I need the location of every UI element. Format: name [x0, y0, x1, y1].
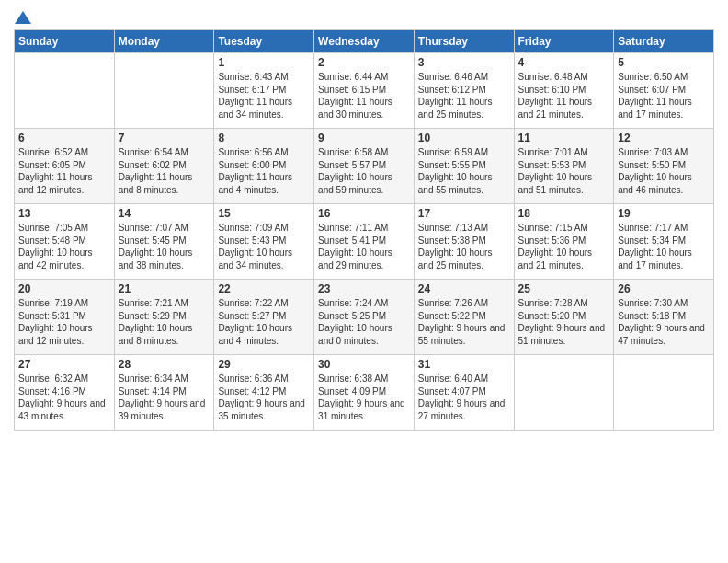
day-number: 1	[218, 56, 310, 69]
calendar-cell: 30Sunrise: 6:38 AM Sunset: 4:09 PM Dayli…	[314, 355, 415, 431]
day-number: 29	[218, 358, 310, 371]
cell-content: Sunrise: 7:24 AM Sunset: 5:25 PM Dayligh…	[318, 297, 410, 347]
cell-content: Sunrise: 6:38 AM Sunset: 4:09 PM Dayligh…	[318, 373, 410, 422]
calendar-cell: 17Sunrise: 7:13 AM Sunset: 5:38 PM Dayli…	[414, 204, 514, 280]
weekday-header: Wednesday	[314, 30, 415, 53]
day-number: 13	[18, 207, 110, 220]
day-number: 24	[418, 282, 510, 295]
cell-content: Sunrise: 6:34 AM Sunset: 4:14 PM Dayligh…	[119, 373, 210, 422]
day-number: 18	[518, 207, 610, 220]
calendar-cell: 31Sunrise: 6:40 AM Sunset: 4:07 PM Dayli…	[414, 355, 514, 431]
day-number: 15	[218, 207, 310, 220]
day-number: 16	[318, 207, 410, 220]
cell-content: Sunrise: 7:21 AM Sunset: 5:29 PM Dayligh…	[119, 297, 210, 347]
svg-marker-0	[15, 11, 31, 24]
cell-content: Sunrise: 7:05 AM Sunset: 5:48 PM Dayligh…	[18, 222, 110, 271]
calendar-cell: 24Sunrise: 7:26 AM Sunset: 5:22 PM Dayli…	[414, 280, 514, 355]
weekday-header: Saturday	[614, 30, 714, 53]
day-number: 17	[418, 207, 510, 220]
day-number: 8	[218, 132, 310, 144]
calendar-week-row: 6Sunrise: 6:52 AM Sunset: 6:05 PM Daylig…	[15, 129, 714, 204]
cell-content: Sunrise: 6:59 AM Sunset: 5:55 PM Dayligh…	[418, 146, 510, 196]
day-number: 20	[18, 282, 110, 295]
calendar-cell: 14Sunrise: 7:07 AM Sunset: 5:45 PM Dayli…	[114, 204, 214, 280]
calendar-cell: 1Sunrise: 6:43 AM Sunset: 6:17 PM Daylig…	[214, 53, 314, 129]
day-number: 25	[518, 282, 610, 295]
cell-content: Sunrise: 6:52 AM Sunset: 6:05 PM Dayligh…	[18, 146, 110, 196]
header	[14, 9, 714, 24]
calendar-header: SundayMondayTuesdayWednesdayThursdayFrid…	[15, 30, 714, 53]
day-number: 2	[318, 56, 410, 69]
day-number: 10	[418, 132, 510, 144]
day-number: 22	[218, 282, 310, 295]
calendar-cell: 23Sunrise: 7:24 AM Sunset: 5:25 PM Dayli…	[314, 280, 415, 355]
day-number: 31	[418, 358, 510, 371]
calendar-cell: 3Sunrise: 6:46 AM Sunset: 6:12 PM Daylig…	[414, 53, 514, 129]
calendar-table: SundayMondayTuesdayWednesdayThursdayFrid…	[14, 29, 714, 431]
calendar-cell: 9Sunrise: 6:58 AM Sunset: 5:57 PM Daylig…	[314, 129, 415, 204]
calendar-week-row: 27Sunrise: 6:32 AM Sunset: 4:16 PM Dayli…	[15, 355, 714, 431]
cell-content: Sunrise: 6:40 AM Sunset: 4:07 PM Dayligh…	[418, 373, 510, 422]
cell-content: Sunrise: 7:19 AM Sunset: 5:31 PM Dayligh…	[18, 297, 110, 347]
calendar-cell: 20Sunrise: 7:19 AM Sunset: 5:31 PM Dayli…	[15, 280, 115, 355]
calendar-week-row: 13Sunrise: 7:05 AM Sunset: 5:48 PM Dayli…	[15, 204, 714, 280]
day-number: 14	[119, 207, 210, 220]
calendar-week-row: 20Sunrise: 7:19 AM Sunset: 5:31 PM Dayli…	[15, 280, 714, 355]
cell-content: Sunrise: 6:36 AM Sunset: 4:12 PM Dayligh…	[218, 373, 310, 422]
calendar-cell: 13Sunrise: 7:05 AM Sunset: 5:48 PM Dayli…	[15, 204, 115, 280]
cell-content: Sunrise: 7:17 AM Sunset: 5:34 PM Dayligh…	[618, 222, 710, 271]
calendar-cell: 29Sunrise: 6:36 AM Sunset: 4:12 PM Dayli…	[214, 355, 314, 431]
calendar-cell: 2Sunrise: 6:44 AM Sunset: 6:15 PM Daylig…	[314, 53, 415, 129]
calendar-cell: 15Sunrise: 7:09 AM Sunset: 5:43 PM Dayli…	[214, 204, 314, 280]
cell-content: Sunrise: 6:50 AM Sunset: 6:07 PM Dayligh…	[618, 71, 710, 121]
cell-content: Sunrise: 6:46 AM Sunset: 6:12 PM Dayligh…	[418, 71, 510, 121]
calendar-cell: 8Sunrise: 6:56 AM Sunset: 6:00 PM Daylig…	[214, 129, 314, 204]
cell-content: Sunrise: 7:03 AM Sunset: 5:50 PM Dayligh…	[618, 146, 710, 196]
cell-content: Sunrise: 6:32 AM Sunset: 4:16 PM Dayligh…	[18, 373, 110, 422]
day-number: 4	[518, 56, 610, 69]
weekday-header: Sunday	[15, 30, 115, 53]
cell-content: Sunrise: 6:54 AM Sunset: 6:02 PM Dayligh…	[119, 146, 210, 196]
day-number: 21	[119, 282, 210, 295]
calendar-cell	[114, 53, 214, 129]
cell-content: Sunrise: 7:30 AM Sunset: 5:18 PM Dayligh…	[618, 297, 710, 347]
day-number: 26	[618, 282, 710, 295]
weekday-header: Friday	[514, 30, 614, 53]
cell-content: Sunrise: 7:28 AM Sunset: 5:20 PM Dayligh…	[518, 297, 610, 347]
calendar-cell: 6Sunrise: 6:52 AM Sunset: 6:05 PM Daylig…	[15, 129, 115, 204]
calendar-cell: 7Sunrise: 6:54 AM Sunset: 6:02 PM Daylig…	[114, 129, 214, 204]
logo	[14, 9, 31, 24]
cell-content: Sunrise: 7:07 AM Sunset: 5:45 PM Dayligh…	[119, 222, 210, 271]
day-number: 9	[318, 132, 410, 144]
calendar-cell	[15, 53, 115, 129]
cell-content: Sunrise: 7:15 AM Sunset: 5:36 PM Dayligh…	[518, 222, 610, 271]
cell-content: Sunrise: 6:56 AM Sunset: 6:00 PM Dayligh…	[218, 146, 310, 196]
day-number: 12	[618, 132, 710, 144]
calendar-cell	[514, 355, 614, 431]
calendar-cell	[614, 355, 714, 431]
calendar-cell: 25Sunrise: 7:28 AM Sunset: 5:20 PM Dayli…	[514, 280, 614, 355]
calendar-cell: 4Sunrise: 6:48 AM Sunset: 6:10 PM Daylig…	[514, 53, 614, 129]
calendar-cell: 10Sunrise: 6:59 AM Sunset: 5:55 PM Dayli…	[414, 129, 514, 204]
day-number: 11	[518, 132, 610, 144]
calendar-cell: 5Sunrise: 6:50 AM Sunset: 6:07 PM Daylig…	[614, 53, 714, 129]
weekday-header: Tuesday	[214, 30, 314, 53]
calendar-cell: 11Sunrise: 7:01 AM Sunset: 5:53 PM Dayli…	[514, 129, 614, 204]
cell-content: Sunrise: 6:58 AM Sunset: 5:57 PM Dayligh…	[318, 146, 410, 196]
cell-content: Sunrise: 6:44 AM Sunset: 6:15 PM Dayligh…	[318, 71, 410, 121]
logo-icon	[15, 9, 31, 22]
calendar-cell: 18Sunrise: 7:15 AM Sunset: 5:36 PM Dayli…	[514, 204, 614, 280]
calendar-body: 1Sunrise: 6:43 AM Sunset: 6:17 PM Daylig…	[15, 53, 714, 431]
calendar-cell: 12Sunrise: 7:03 AM Sunset: 5:50 PM Dayli…	[614, 129, 714, 204]
day-number: 7	[119, 132, 210, 144]
cell-content: Sunrise: 7:01 AM Sunset: 5:53 PM Dayligh…	[518, 146, 610, 196]
weekday-header: Thursday	[414, 30, 514, 53]
cell-content: Sunrise: 6:43 AM Sunset: 6:17 PM Dayligh…	[218, 71, 310, 121]
calendar-cell: 28Sunrise: 6:34 AM Sunset: 4:14 PM Dayli…	[114, 355, 214, 431]
cell-content: Sunrise: 7:11 AM Sunset: 5:41 PM Dayligh…	[318, 222, 410, 271]
cell-content: Sunrise: 6:48 AM Sunset: 6:10 PM Dayligh…	[518, 71, 610, 121]
calendar-week-row: 1Sunrise: 6:43 AM Sunset: 6:17 PM Daylig…	[15, 53, 714, 129]
day-number: 28	[119, 358, 210, 371]
calendar-cell: 27Sunrise: 6:32 AM Sunset: 4:16 PM Dayli…	[15, 355, 115, 431]
calendar-cell: 19Sunrise: 7:17 AM Sunset: 5:34 PM Dayli…	[614, 204, 714, 280]
